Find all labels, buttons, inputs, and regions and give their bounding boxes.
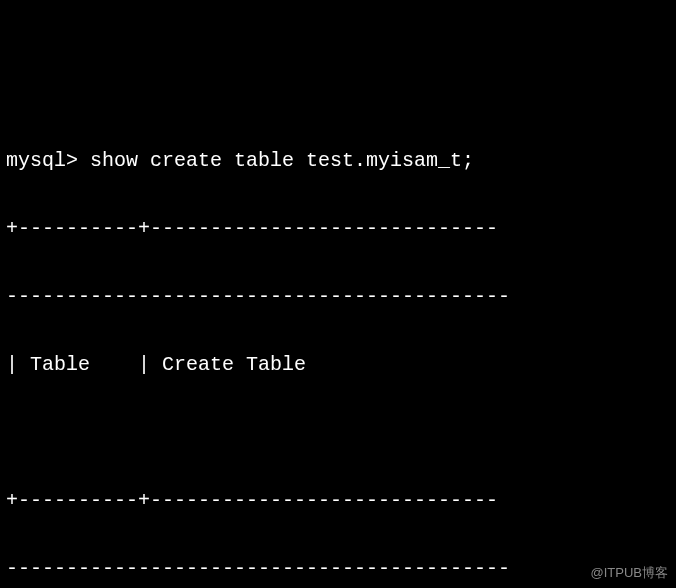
watermark-text: @ITPUB博客 — [591, 562, 668, 584]
table-border: ----------------------------------------… — [6, 280, 670, 314]
mysql-prompt: mysql> — [6, 149, 90, 172]
blank-line — [6, 416, 670, 450]
table-header: | Table | Create Table — [6, 348, 670, 382]
terminal-line-command: mysql> show create table test.myisam_t; — [6, 144, 670, 178]
sql-command: show create table test.myisam_t; — [90, 149, 474, 172]
table-border: +----------+----------------------------… — [6, 212, 670, 246]
table-border: ----------------------------------------… — [6, 552, 670, 586]
table-border: +----------+----------------------------… — [6, 484, 670, 518]
